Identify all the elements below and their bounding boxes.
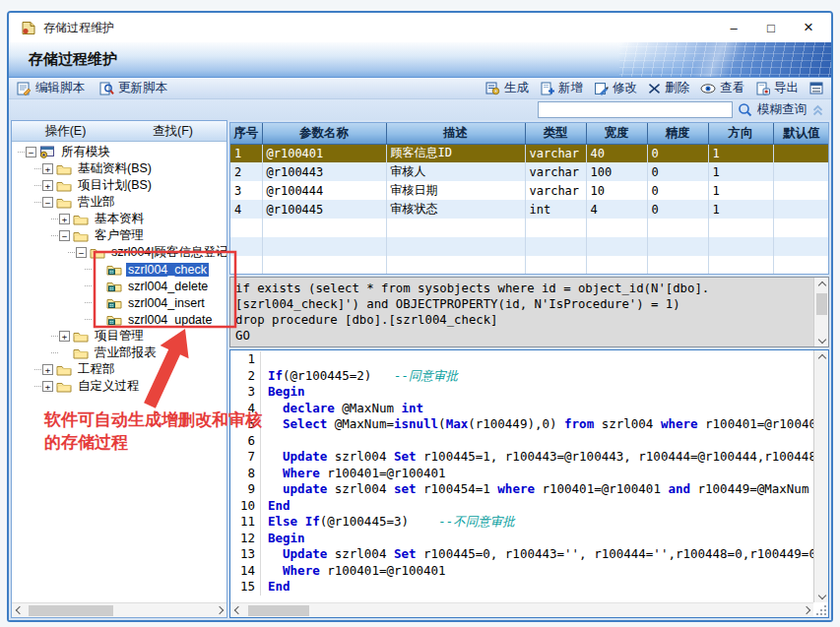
sql-vertical-scrollbar[interactable] — [813, 278, 828, 346]
tree-expand-toggle[interactable]: − — [26, 147, 36, 157]
tree-item-9[interactable]: szrl004_insert — [12, 294, 226, 311]
folder-icon — [56, 197, 72, 209]
code-line: 1 — [230, 351, 813, 368]
fuzzy-query-button[interactable]: 模糊查询 — [757, 101, 807, 118]
code-segment: szrl004 — [327, 546, 394, 563]
code-segment: (r100449),0) — [468, 416, 564, 433]
tree-item-14[interactable]: +自定义过程 — [12, 378, 226, 395]
scroll-down-icon[interactable] — [814, 332, 829, 346]
parameter-grid: 序号参数名称描述类型宽度精度方向默认值 1@r100401顾客信息IDvarch… — [229, 122, 829, 275]
code-horizontal-scrollbar[interactable] — [230, 602, 813, 617]
column-header-宽度[interactable]: 宽度 — [586, 123, 647, 144]
close-button[interactable]: × — [790, 15, 827, 40]
tree-expand-toggle[interactable]: − — [76, 247, 87, 258]
tree-item-4[interactable]: +基本资料 — [12, 211, 226, 227]
table-row[interactable]: 1@r100401顾客信息IDvarchar4001 — [230, 144, 829, 162]
toolbar-view-button[interactable]: 查看 — [700, 80, 744, 96]
tree-connector — [34, 202, 41, 203]
scroll-left-icon[interactable] — [12, 603, 27, 618]
toolbar-export-button[interactable]: 导出 — [755, 80, 799, 96]
scroll-up-icon[interactable] — [814, 350, 829, 365]
column-header-序号[interactable]: 序号 — [230, 123, 262, 144]
column-header-参数名称[interactable]: 参数名称 — [262, 123, 386, 144]
tree-item-1[interactable]: +基础资料(BS) — [12, 160, 226, 177]
line-number: 11 — [230, 514, 261, 531]
maximize-button[interactable]: □ — [752, 15, 790, 40]
toolbar-generate-button[interactable]: 生成 — [485, 80, 529, 96]
tree-expand-toggle[interactable]: + — [42, 180, 53, 191]
toolbar-edit-script-label: 编辑脚本 — [35, 80, 85, 96]
column-header-描述[interactable]: 描述 — [386, 123, 525, 144]
tree-horizontal-scrollbar[interactable] — [12, 602, 226, 617]
tree-item-8[interactable]: szrl004_delete — [12, 278, 226, 294]
tree-expand-toggle[interactable]: + — [42, 364, 53, 375]
tree-item-7[interactable]: szrl004_check — [12, 261, 226, 278]
tree-item-0[interactable]: −所有模块 — [12, 144, 226, 160]
search-icon[interactable] — [738, 102, 752, 117]
code-line: 14 Where r100401=@r100401 — [230, 563, 813, 580]
table-row[interactable]: 2@r100443审核人varchar10001 — [230, 162, 829, 181]
tree-item-12[interactable]: 营业部报表 — [12, 345, 226, 361]
column-header-类型[interactable]: 类型 — [525, 123, 586, 144]
column-header-精度[interactable]: 精度 — [647, 123, 708, 144]
scroll-up-icon[interactable] — [814, 278, 829, 292]
tab-find[interactable]: 查找(F) — [119, 121, 226, 141]
code-segment: Begin — [268, 384, 305, 401]
table-cell: 40 — [586, 144, 647, 162]
chevron-double-up-icon[interactable] — [811, 104, 824, 116]
sql-header-view[interactable]: if exists (select * from sysobjects wher… — [229, 277, 829, 347]
code-segment — [268, 481, 283, 498]
tree-item-13[interactable]: +工程部 — [12, 361, 226, 378]
toolbar-add-label: 新增 — [558, 80, 583, 96]
tree-item-6[interactable]: −szrl004|顾客信息登记 — [12, 244, 226, 261]
tree-expand-toggle[interactable]: − — [42, 197, 53, 208]
tree-item-label: 工程部 — [76, 361, 117, 378]
scroll-thumb[interactable] — [248, 605, 309, 616]
code-segment: Set — [394, 449, 417, 466]
procedure-code-editor[interactable]: 12If(@r100445=2) --同意审批3Begin4 declare @… — [229, 349, 829, 618]
toolbar-delete-button[interactable]: 删除 — [648, 80, 689, 96]
tree-item-label: szrl004_check — [126, 263, 209, 277]
table-cell — [262, 256, 386, 275]
tree-expand-toggle[interactable]: + — [42, 163, 53, 174]
table-row[interactable] — [230, 219, 829, 237]
scroll-right-icon[interactable] — [799, 603, 813, 618]
tree-expand-toggle[interactable]: + — [42, 381, 53, 392]
table-row[interactable] — [230, 256, 829, 275]
tree-item-10[interactable]: szrl004_update — [12, 311, 226, 328]
table-row[interactable] — [230, 237, 829, 256]
tree-expand-toggle[interactable]: + — [59, 331, 70, 342]
minimize-button[interactable]: – — [715, 15, 752, 40]
table-row[interactable]: 3@r100444审核日期varchar1001 — [230, 181, 829, 200]
table-cell — [262, 219, 386, 237]
tree-item-3[interactable]: −营业部 — [12, 194, 226, 211]
view-icon — [700, 83, 716, 94]
tab-operate[interactable]: 操作(E) — [12, 121, 119, 141]
scroll-thumb[interactable] — [29, 605, 113, 616]
scroll-left-icon[interactable] — [230, 603, 245, 618]
tree-item-2[interactable]: +项目计划(BS) — [12, 177, 226, 194]
scroll-down-icon[interactable] — [814, 588, 829, 602]
scroll-thumb[interactable] — [816, 293, 827, 315]
tree-expand-toggle[interactable]: + — [59, 214, 70, 224]
table-row[interactable]: 4@r100445审核状态int401 — [230, 200, 829, 219]
scroll-right-icon[interactable] — [212, 603, 226, 618]
toolbar-columns-button[interactable] — [809, 82, 823, 94]
code-area[interactable]: 12If(@r100445=2) --同意审批3Begin4 declare @… — [230, 351, 813, 602]
search-input[interactable] — [538, 101, 733, 118]
folder-icon — [73, 347, 89, 359]
toolbar-update-script-button[interactable]: 更新脚本 — [99, 80, 167, 96]
tree-item-11[interactable]: +项目管理 — [12, 328, 226, 345]
code-segment: r100454=1 — [417, 481, 498, 498]
column-header-方向[interactable]: 方向 — [708, 123, 773, 144]
toolbar-add-button[interactable]: 新增 — [540, 80, 583, 96]
tree-item-5[interactable]: −客户管理 — [12, 227, 226, 244]
toolbar-modify-button[interactable]: 修改 — [594, 80, 637, 96]
tree-connector — [85, 285, 92, 286]
toolbar-edit-script-button[interactable]: 编辑脚本 — [17, 80, 85, 96]
column-header-默认值[interactable]: 默认值 — [773, 123, 829, 144]
toolbar: 编辑脚本更新脚本 生成新增修改删除查看导出 — [9, 78, 831, 99]
tree-expand-toggle[interactable]: − — [59, 230, 70, 241]
resize-grip[interactable] — [815, 604, 826, 615]
code-vertical-scrollbar[interactable] — [813, 350, 828, 602]
